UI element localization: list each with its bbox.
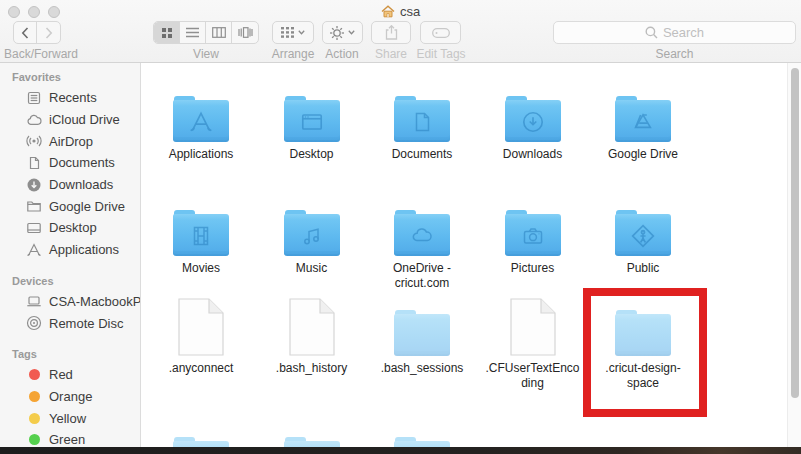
folder-music[interactable]: Music (257, 196, 367, 276)
item-label: Downloads (483, 147, 583, 162)
sidebar-item-label: Orange (49, 389, 92, 404)
search-icon (645, 26, 658, 39)
applications-emblem-icon (173, 102, 229, 142)
scrollbar-thumb[interactable] (791, 68, 799, 398)
column-view-button[interactable] (206, 22, 232, 43)
edit-tags-button[interactable] (420, 21, 461, 44)
arrange-button[interactable] (272, 21, 314, 44)
folder-onedrive-cricut-com[interactable]: OneDrive - cricut.com (367, 196, 477, 291)
film-emblem-icon (173, 216, 229, 256)
sidebar-item-green[interactable]: Green (0, 429, 140, 448)
search-input[interactable]: Search (553, 21, 796, 44)
sidebar-item-airdrop[interactable]: AirDrop (0, 130, 140, 152)
sidebar-item-remote-disc[interactable]: Remote Disc (0, 312, 140, 334)
folder-partial-folder-1[interactable] (257, 423, 367, 448)
sidebar-item-csa-macbookp[interactable]: CSA-MacbookP... (0, 291, 140, 313)
arrange-grid-icon (281, 27, 294, 38)
back-button[interactable] (14, 22, 37, 43)
coverflow-view-button[interactable] (232, 22, 258, 43)
grid-view-icon (161, 27, 173, 39)
folder-documents[interactable]: Documents (367, 82, 477, 162)
search-placeholder: Search (663, 25, 704, 40)
folder-icon (478, 196, 588, 256)
gear-icon (330, 26, 344, 40)
folder-movies[interactable]: Movies (146, 196, 256, 276)
sidebar-item-applications[interactable]: Applications (0, 239, 140, 261)
toolbar: csa Back/Forward View (0, 0, 801, 63)
sidebar-item-orange[interactable]: Orange (0, 386, 140, 408)
sidebar-item-icloud-drive[interactable]: iCloud Drive (0, 109, 140, 131)
folder-downloads[interactable]: Downloads (478, 82, 588, 162)
sidebar-item-label: iCloud Drive (49, 112, 120, 127)
file-cfusertextencoding[interactable]: .CFUserTextEncoding (478, 296, 588, 391)
folder-icon (367, 82, 477, 142)
window-emblem-icon (284, 102, 340, 142)
sidebar-item-red[interactable]: Red (0, 364, 140, 386)
share-button[interactable] (371, 21, 411, 44)
file-icon (146, 296, 256, 356)
cloud-emblem-icon (394, 216, 450, 256)
sidebar-item-label: Remote Disc (49, 316, 123, 331)
folder-icon (26, 198, 42, 214)
sidebar-section-title: Tags (0, 346, 140, 364)
sidebar-item-desktop[interactable]: Desktop (0, 217, 140, 239)
icon-view-button[interactable] (154, 22, 180, 43)
sidebar-item-google-drive[interactable]: Google Drive (0, 195, 140, 217)
folder-icon (588, 82, 698, 142)
sidebar-item-label: AirDrop (49, 134, 93, 149)
sidebar-item-yellow[interactable]: Yellow (0, 407, 140, 429)
sidebar-section-tags: TagsRedOrangeYellowGreen (0, 346, 140, 448)
sidebar-item-recents[interactable]: Recents (0, 87, 140, 109)
public-emblem-icon (615, 216, 671, 256)
chevron-left-icon (21, 27, 29, 39)
forward-button[interactable] (37, 22, 60, 43)
back-forward-group (13, 21, 61, 44)
folder-bash-sessions[interactable]: .bash_sessions (367, 296, 477, 376)
item-label: OneDrive - cricut.com (382, 261, 462, 291)
sidebar-section-title: Devices (0, 273, 140, 291)
list-view-icon (186, 27, 199, 38)
folder-icon (146, 423, 256, 448)
sidebar-section-title: Favorites (0, 69, 140, 87)
item-label: .anyconnect (151, 361, 251, 376)
folder-public[interactable]: Public (588, 196, 698, 276)
view-segmented-control (153, 21, 259, 44)
folder-partial-folder-2[interactable] (367, 423, 477, 448)
file-icon (257, 296, 367, 356)
folder-pictures[interactable]: Pictures (478, 196, 588, 276)
sidebar-item-downloads[interactable]: Downloads (0, 174, 140, 196)
item-label: Applications (151, 147, 251, 162)
desktop-edge (0, 447, 801, 454)
item-label: Public (593, 261, 693, 276)
sidebar-section-favorites: FavoritesRecentsiCloud DriveAirDropDocum… (0, 69, 140, 261)
file-bash-history[interactable]: .bash_history (257, 296, 367, 376)
item-label: Google Drive (593, 147, 693, 162)
folder-icon (257, 423, 367, 448)
tag-icon (432, 28, 450, 38)
recents-icon (26, 90, 42, 106)
folder-icon (367, 423, 477, 448)
list-view-button[interactable] (180, 22, 206, 43)
sidebar-item-label: Documents (49, 155, 115, 170)
folder-partial-folder-0[interactable] (146, 423, 256, 448)
icloud-icon (26, 112, 42, 128)
folder-icon (257, 82, 367, 142)
sidebar-item-documents[interactable]: Documents (0, 152, 140, 174)
tag-dot (26, 388, 42, 404)
action-button[interactable] (322, 21, 363, 44)
folder-google-drive[interactable]: Google Drive (588, 82, 698, 162)
folder-icon (478, 82, 588, 142)
sidebar-item-label: Recents (49, 90, 97, 105)
item-label: .bash_history (262, 361, 362, 376)
folder-desktop[interactable]: Desktop (257, 82, 367, 162)
arrange-label: Arrange (268, 47, 318, 61)
folder-icon (257, 196, 367, 256)
airdrop-icon (26, 133, 42, 149)
file-anyconnect[interactable]: .anyconnect (146, 296, 256, 376)
vertical-scrollbar[interactable] (787, 63, 801, 448)
chevron-down-icon (298, 30, 305, 35)
downloads-icon (26, 177, 42, 193)
sidebar-item-label: Red (49, 367, 73, 382)
folder-applications[interactable]: Applications (146, 82, 256, 162)
share-label: Share (366, 47, 416, 61)
